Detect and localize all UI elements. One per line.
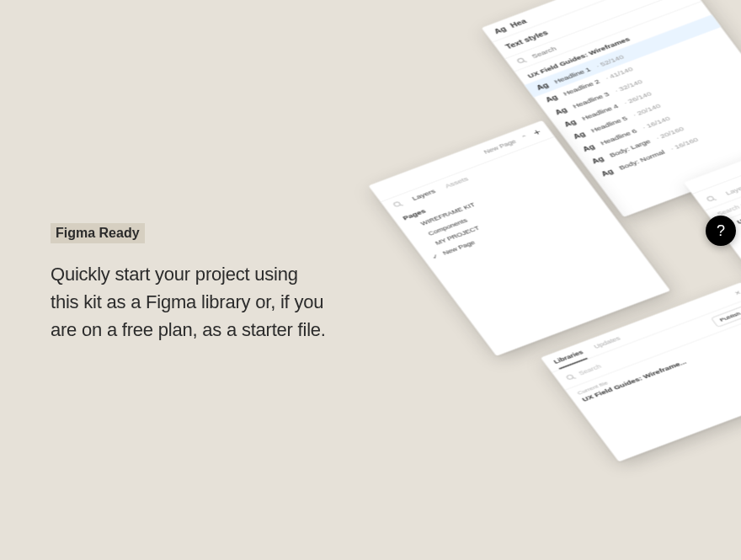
ag-mark-icon: Ag [562, 118, 578, 129]
svg-point-4 [706, 196, 714, 201]
ag-mark-icon: Ag [544, 93, 560, 104]
question-mark-icon: ? [717, 222, 725, 240]
search-icon [564, 373, 575, 381]
style-name: Body: Normal [617, 148, 666, 171]
svg-line-5 [713, 199, 717, 201]
check-icon: ✓ [431, 253, 440, 261]
plus-icon[interactable]: + [530, 127, 543, 138]
svg-point-2 [393, 201, 401, 206]
svg-line-3 [400, 204, 403, 206]
ag-mark-icon: Ag [553, 105, 569, 116]
ag-mark-icon: Ag [600, 167, 616, 178]
ag-mark-icon: Ag [581, 142, 597, 153]
search-icon[interactable] [705, 195, 717, 203]
svg-point-0 [517, 58, 525, 63]
chevron-down-icon[interactable]: ⌃ [520, 134, 530, 141]
help-fab-button[interactable]: ? [706, 216, 736, 246]
tab-layers[interactable]: Layers [724, 182, 741, 196]
search-icon[interactable] [392, 200, 404, 209]
marketing-headline: Quickly start your project using this ki… [51, 260, 328, 344]
ag-mark-icon: Ag [590, 155, 606, 166]
svg-line-1 [524, 61, 527, 63]
libraries-search-input[interactable]: Search [577, 363, 602, 376]
svg-line-7 [573, 376, 576, 379]
figma-ready-badge: Figma Ready [51, 223, 145, 243]
ag-mark-icon: Ag [572, 131, 588, 141]
styles-header-label: Hea [509, 17, 528, 29]
search-icon [515, 56, 528, 65]
ag-mark-icon: Ag [535, 81, 551, 92]
ag-mark-icon: Ag [493, 24, 509, 35]
svg-point-6 [566, 374, 573, 379]
